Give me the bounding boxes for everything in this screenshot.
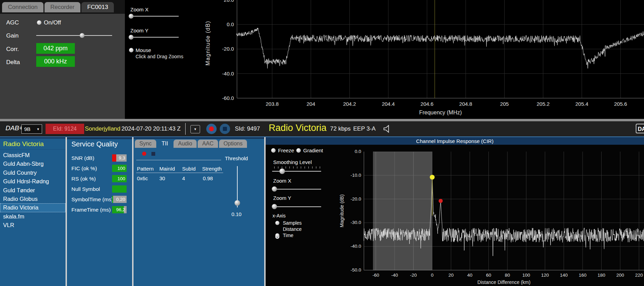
svg-text:205: 205 — [500, 101, 509, 107]
sq-gauge-fill — [112, 154, 116, 162]
sq-gauge-value: 9,3 — [119, 154, 125, 162]
dab-receiver-window: ConnectionRecorderFC0013 AGC On/Off Gain… — [0, 0, 644, 286]
cir-plot[interactable]: 0.0-10.0-20.0-30.0-40.0-50.0-60-40-20020… — [335, 145, 644, 286]
channel-select-arrow-icon: ▼ — [37, 127, 42, 131]
stop-button[interactable] — [220, 124, 230, 134]
svg-text:204.2: 204.2 — [343, 101, 356, 107]
svg-text:205.6: 205.6 — [614, 101, 627, 107]
svg-text:20.0: 20.0 — [224, 0, 234, 3]
svg-text:20: 20 — [448, 273, 454, 278]
protection-level: EEP 3-A — [353, 125, 376, 132]
smoothing-slider-thumb[interactable] — [279, 168, 285, 174]
sq-row: SymbolTime (ms)0,20 — [67, 194, 132, 205]
spectrum-zoom-x-track[interactable] — [129, 16, 179, 17]
mouse-zoom-label: Mouse — [136, 47, 151, 53]
spectrum-zoom-y-thumb[interactable] — [129, 35, 133, 40]
threshold-slider-thumb[interactable] — [235, 200, 240, 206]
cir-zoom-y-thumb[interactable] — [272, 204, 277, 209]
tab-connection[interactable]: Connection — [2, 2, 43, 12]
svg-text:220: 220 — [635, 273, 643, 278]
station-list-item[interactable]: Guld Tønder — [0, 186, 66, 195]
station-list-item[interactable]: Guld Hdrsl-Rødng — [0, 177, 66, 186]
svg-text:205.2: 205.2 — [537, 101, 550, 107]
sq-row-label: Null Symbol — [71, 186, 100, 192]
sq-gauge: 100 — [112, 175, 127, 182]
tab-fc0013[interactable]: FC0013 — [81, 2, 114, 12]
recording-dropdown-button[interactable]: ▼ — [190, 125, 200, 133]
cir-zoom-x-thumb[interactable] — [272, 186, 277, 192]
rf-spectrum-plot[interactable]: 20.00.0-20.0-40.0-60.0203.8204204.2204.4… — [186, 0, 644, 119]
ensemble-id-badge: EId: 9124 — [46, 124, 84, 134]
horizontal-splitter[interactable] — [0, 119, 644, 121]
tuner-panel: ConnectionRecorderFC0013 AGC On/Off Gain… — [0, 0, 125, 119]
xaxis-group-label: x-Axis — [273, 213, 286, 218]
spectrum-zoom-y-track[interactable] — [129, 37, 179, 38]
xaxis-time-label: Time — [283, 233, 294, 238]
tii-record-indicator[interactable] — [142, 152, 146, 156]
cir-zoom-y-label: Zoom Y — [273, 195, 291, 201]
delta-label: Delta — [6, 59, 20, 66]
station-list-item[interactable]: Radio Globus — [0, 195, 66, 203]
corr-value: 042 ppm — [36, 43, 75, 54]
svg-text:200: 200 — [616, 273, 624, 278]
tii-panel: SyncTIIAudioAACOptions Threshold 0.10 Pa… — [133, 137, 264, 286]
station-list-item[interactable]: VLR — [0, 221, 66, 229]
station-list-item-selected[interactable]: Radio Victoria — [0, 203, 66, 212]
cir-zoom-y-track[interactable] — [272, 206, 321, 207]
tab-aac[interactable]: AAC — [198, 140, 218, 148]
smoothing-slider-ticks — [274, 166, 320, 168]
svg-text:-50.0: -50.0 — [350, 267, 361, 273]
cir-panel: Channel Impulse Response (CIR) Freeze Gr… — [266, 137, 644, 286]
tab-options[interactable]: Options — [219, 140, 247, 148]
svg-text:-40.0: -40.0 — [222, 71, 234, 76]
tii-cell-mainid: 30 — [159, 175, 165, 181]
sq-gauge: 9,3 — [112, 154, 127, 162]
station-list-item[interactable]: Guld Aabn-Sbrg — [0, 160, 66, 168]
statusbar-separator — [185, 123, 186, 135]
main-peak-marker — [430, 175, 435, 180]
spectrum-trace — [236, 28, 644, 69]
service-quality-rows: SNR (dB)9,3FIC (ok %)100RS (ok %)100Null… — [67, 153, 132, 215]
cir-zoom-x-track[interactable] — [272, 189, 321, 190]
speaker-icon[interactable] — [383, 124, 392, 133]
gain-slider-track[interactable] — [36, 35, 112, 36]
xaxis-time-radio[interactable] — [275, 233, 279, 237]
sq-row-label: SNR (dB) — [71, 155, 94, 161]
tab-audio[interactable]: Audio — [174, 140, 197, 148]
agc-radio[interactable] — [37, 20, 41, 25]
spectrum-zoom-x-thumb[interactable] — [129, 14, 133, 19]
tab-recorder[interactable]: Recorder — [44, 2, 80, 12]
xaxis-samples-radio[interactable] — [275, 221, 279, 225]
svg-text:160: 160 — [579, 273, 587, 278]
tab-tii[interactable]: TII — [157, 140, 173, 148]
xaxis-samples-label: Samples — [283, 220, 301, 226]
sq-row-label: SymbolTime (ms) — [71, 196, 113, 203]
sq-row: FIC (ok %)100 — [67, 163, 132, 174]
delta-value: 000 kHz — [36, 56, 75, 67]
svg-text:0: 0 — [431, 273, 434, 278]
dab-logo: DAB — [636, 124, 644, 133]
svg-text:Magnitude (dB): Magnitude (dB) — [205, 21, 211, 65]
gain-slider-thumb[interactable] — [80, 33, 85, 38]
tii-tabstrip: SyncTIIAudioAACOptions — [133, 139, 264, 148]
tii-stop-indicator[interactable] — [151, 152, 155, 156]
smoothing-level-label: Smoothing Level — [273, 159, 312, 165]
station-list-item[interactable]: skala.fm — [0, 212, 66, 221]
svg-text:100: 100 — [522, 273, 530, 278]
svg-text:-60: -60 — [373, 273, 379, 278]
gradient-radio[interactable] — [296, 148, 301, 153]
sq-gauge-fill — [112, 196, 113, 203]
freeze-radio[interactable] — [271, 148, 276, 153]
utc-datetime: 2024-07-20 20:11:43 Z — [121, 125, 181, 132]
svg-text:80: 80 — [505, 273, 510, 278]
sq-gauge-value: 0,20 — [116, 196, 125, 203]
station-list-item[interactable]: ClassicFM — [0, 151, 66, 160]
station-list-item[interactable]: Guld Country — [0, 168, 66, 177]
tii-cell-subid: 4 — [182, 175, 185, 181]
gradient-label: Gradient — [303, 147, 323, 153]
mouse-zoom-radio[interactable] — [129, 48, 133, 52]
channel-select[interactable]: 9B ▼ — [21, 124, 42, 134]
sq-gauge-value: 100 — [117, 165, 125, 172]
tab-sync[interactable]: Sync — [135, 140, 156, 148]
record-button[interactable] — [206, 124, 217, 134]
